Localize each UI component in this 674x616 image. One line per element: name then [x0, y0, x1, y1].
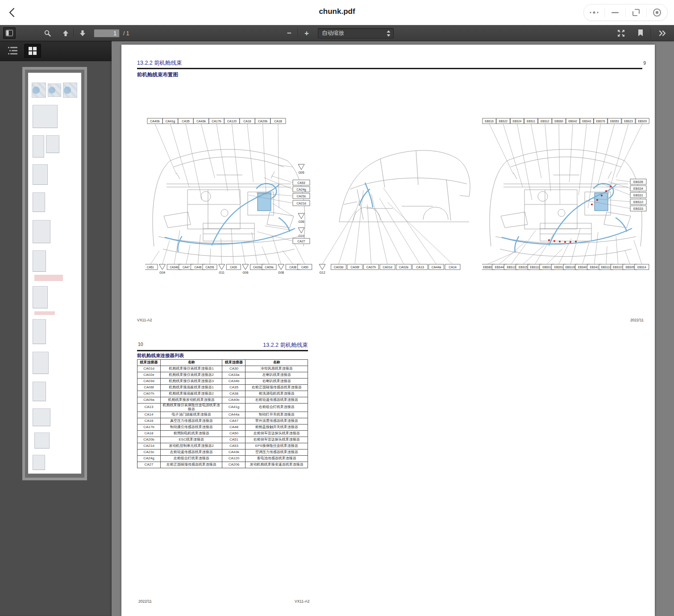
- connector-label: CA30: [226, 264, 241, 270]
- zoom-in-button[interactable]: +: [300, 27, 313, 39]
- pdf-viewer-canvas[interactable]: 13.2.2 前机舱线束 9 前机舱线束布置图 CA40bCA41gCA35CA…: [112, 41, 674, 616]
- connector-label: CA03d: [331, 264, 346, 270]
- bookmark-icon[interactable]: [634, 27, 647, 39]
- exit-target-icon[interactable]: [647, 4, 667, 21]
- svg-text:EBS11: EBS11: [527, 120, 536, 123]
- pdf-toolbar: / 1 − + 自动缩放: [0, 25, 674, 41]
- svg-text:CA20b: CA20b: [258, 120, 268, 123]
- outline-view-icon[interactable]: [4, 44, 21, 58]
- svg-text:EBS22: EBS22: [499, 120, 508, 123]
- svg-text:EBS91: EBS91: [554, 266, 563, 269]
- connector-label: EBS43: [580, 118, 593, 124]
- thumbnails-view-icon[interactable]: [24, 44, 41, 58]
- svg-text:G05: G05: [298, 171, 304, 174]
- connector-label: CA50: [298, 264, 312, 270]
- svg-text:EBS80: EBS80: [483, 266, 492, 269]
- table-cell: 空调压力传感器线束连接器: [245, 449, 308, 455]
- svg-text:CA17b: CA17b: [212, 120, 221, 123]
- connector-label: CA24g: [293, 187, 310, 192]
- section10-footer-right: VX11-A2: [295, 599, 309, 604]
- svg-text:CA16: CA16: [243, 120, 251, 123]
- table-header-cell: 线束连接器: [137, 360, 161, 366]
- minimize-icon[interactable]: [605, 4, 625, 21]
- table-cell: 左前组合灯线束连接器: [160, 455, 222, 462]
- svg-text:EBS60: EBS60: [554, 120, 563, 123]
- connector-label: EBS22: [496, 118, 510, 124]
- table-cell: 机舱线束接仪表线束连接器3: [160, 379, 222, 385]
- svg-text:CA03d: CA03d: [334, 266, 344, 269]
- svg-text:EBS43: EBS43: [582, 120, 591, 123]
- table-cell: 右前倒车雷达探头线束连接器: [245, 437, 308, 443]
- previous-page-button[interactable]: [59, 27, 72, 39]
- table-cell: 右前组合灯线束连接器: [245, 404, 308, 412]
- search-icon[interactable]: [41, 27, 54, 39]
- table-cell: CA51: [222, 437, 245, 443]
- rule: [137, 350, 308, 351]
- table-row: CA03d机舱线束接仪表线束连接器3CA34b右喇叭线束连接器: [137, 379, 308, 385]
- table-cell: CA23c: [137, 449, 161, 455]
- table-cell: 前舱盖接触开关线束连接器: [245, 424, 308, 430]
- table-row: CA21d发动机控制单元线束连接器2CA53EPS接保险丝盒线束连接器: [137, 443, 308, 449]
- table-cell: 机舱线束接仪表线束连接器1: [160, 366, 222, 372]
- svg-text:CA120: CA120: [227, 120, 237, 123]
- svg-text:CA38: CA38: [289, 266, 296, 269]
- svg-text:CA01d: CA01d: [383, 266, 392, 269]
- section9-pageno: 9: [643, 60, 646, 66]
- table-row: CA02e机舱线束接仪表线束连接器2CA33a左喇叭线束连接器: [137, 372, 308, 379]
- svg-text:EBS41: EBS41: [590, 266, 599, 269]
- table-cell: 左前倒车雷达探头线束连接器: [245, 430, 308, 437]
- svg-text:EBS10: EBS10: [633, 200, 643, 204]
- connector-label: CA206: [203, 264, 217, 270]
- table-cell: 机舱线束接发动机线束连接器: [160, 397, 222, 404]
- svg-text:EBS76: EBS76: [596, 120, 605, 123]
- svg-text:CA18: CA18: [274, 120, 282, 123]
- table-row: CA07h机舱线束接底板线束连接器2CA38前洗涤电机线束连接器: [137, 391, 308, 397]
- table-cell: 机舱线束接仪表保险丝盒电源线束连接器: [160, 404, 222, 412]
- table-cell: 发动机控制单元线束连接器2: [160, 443, 222, 449]
- table-cell: CA47: [222, 418, 245, 424]
- zoom-out-button[interactable]: −: [283, 27, 295, 39]
- table-row: CA16真空压力传感器线束连接器CA47室外温度传感器线束连接器: [137, 418, 308, 424]
- table-cell: 制动液位传感器线束连接器: [160, 424, 222, 430]
- svg-text:CA47: CA47: [183, 266, 190, 269]
- section9-title: 13.2.2 前机舱线束: [137, 59, 182, 67]
- svg-text:EBS12: EBS12: [541, 120, 549, 123]
- svg-text:EBS108: EBS108: [566, 266, 576, 269]
- thumbnail-page-1[interactable]: [22, 67, 87, 480]
- svg-text:CA34b: CA34b: [170, 266, 179, 269]
- connector-label: EBS42: [566, 118, 579, 124]
- svg-text:EBS40: EBS40: [578, 266, 587, 269]
- zoom-mode-select[interactable]: 自动缩放: [318, 28, 394, 38]
- table-cell: CA16: [137, 418, 161, 424]
- svg-text:EBS16: EBS16: [485, 120, 494, 123]
- connector-label: CA35: [178, 118, 193, 124]
- svg-text:CA02e: CA02e: [399, 266, 409, 269]
- svg-text:EBS107: EBS107: [613, 266, 624, 269]
- connector-table-body: CA01d机舱线束接仪表线束连接器1CA30冷却风扇线束连接器CA02e机舱线束…: [137, 366, 308, 468]
- connector-label: CA41g: [163, 118, 178, 124]
- connector-label: CA09a: [262, 264, 276, 270]
- float-window-icon[interactable]: [626, 4, 646, 21]
- presentation-mode-icon[interactable]: [615, 27, 627, 39]
- table-cell: 机舱线束接底板线束连接器2: [160, 391, 222, 397]
- connector-label: CA53: [293, 180, 310, 185]
- page-number-input[interactable]: [94, 29, 120, 37]
- next-page-button[interactable]: [76, 27, 89, 39]
- svg-text:EBS23: EBS23: [624, 120, 633, 123]
- table-cell: 右前正面碰撞传感器线束连接器: [245, 385, 308, 391]
- more-options-icon[interactable]: [584, 4, 604, 21]
- table-cell: CA01d: [137, 366, 161, 372]
- more-tools-icon[interactable]: [656, 27, 669, 39]
- table-cell: CA48: [222, 424, 245, 430]
- svg-text:CA09a: CA09a: [265, 266, 274, 269]
- sidebar-header: [0, 41, 112, 61]
- sidebar-toggle-button[interactable]: [3, 27, 16, 39]
- table-cell: CA33a: [222, 372, 245, 379]
- table-cell: 发动机舱线束接变速器线束连接器: [245, 462, 308, 468]
- svg-text:EBS33: EBS33: [633, 207, 643, 210]
- connector-label: EBS60: [552, 118, 566, 124]
- svg-text:CA43k: CA43k: [196, 120, 206, 123]
- table-row: CA24g左前组合灯线束连接器CA120蓄电池传感器线束连接器: [137, 455, 308, 462]
- table-row: CA14电子油门踏板线束连接器CA44a制动灯开关线束连接器: [137, 412, 308, 418]
- table-cell: CA27: [137, 462, 161, 468]
